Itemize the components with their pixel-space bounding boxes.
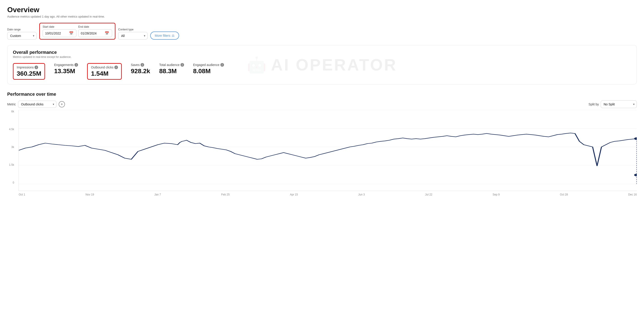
metric-engaged_audience: Engaged audience i8.08M bbox=[193, 63, 224, 75]
content-type-select-wrapper: All Posts Videos Stories ▾ bbox=[118, 32, 148, 40]
date-range-select-wrapper: Custom Last 7 days Last 28 days Last 90 … bbox=[7, 32, 36, 40]
content-type-select[interactable]: All Posts Videos Stories bbox=[118, 32, 148, 40]
metric-label-total_audience: Total audience i bbox=[159, 63, 184, 67]
metrics-row: Impressions i360.25MEngagements i13.35MO… bbox=[13, 63, 631, 80]
x-label-jul22: Jul 22 bbox=[425, 193, 432, 196]
end-date-input[interactable] bbox=[81, 31, 103, 35]
start-date-group: Start date 📅 bbox=[43, 25, 76, 37]
x-label-sep9: Sep 9 bbox=[493, 193, 500, 196]
chart-controls: Metric Outbound clicks Impressions Engag… bbox=[7, 100, 637, 108]
chart-controls-right: Split by No Split Content type Account ▾ bbox=[588, 100, 637, 108]
chart-controls-left: Metric Outbound clicks Impressions Engag… bbox=[7, 101, 65, 108]
split-by-select[interactable]: No Split Content type Account bbox=[601, 100, 637, 108]
metric-label: Metric bbox=[7, 102, 16, 106]
content-type-label: Content type bbox=[118, 28, 148, 31]
info-icon-engaged_audience[interactable]: i bbox=[220, 63, 224, 67]
chart-endpoint-bottom bbox=[634, 174, 637, 176]
info-icon-saves[interactable]: i bbox=[140, 63, 144, 67]
chart-x-labels: Oct 1 Nov 19 Jan 7 Feb 25 Apr 15 Jun 3 J… bbox=[19, 193, 637, 196]
content-type-group: Content type All Posts Videos Stories ▾ bbox=[118, 28, 148, 40]
performance-over-time-section: Performance over time Metric Outbound cl… bbox=[7, 92, 637, 191]
x-label-oct28: Oct 28 bbox=[560, 193, 568, 196]
chart-line bbox=[19, 133, 637, 166]
metric-saves: Saves i928.2k bbox=[131, 63, 150, 75]
chart-y-axis: 6k 4.5k 3k 1.5k 0 bbox=[9, 110, 14, 184]
date-range-highlighted-box: Start date 📅 End date 📅 bbox=[39, 23, 116, 40]
metric-value-impressions: 360.25M bbox=[17, 70, 41, 77]
y-label-3k: 3k bbox=[11, 146, 14, 149]
overall-performance-subtitle: Metrics updated in real-time except for … bbox=[13, 55, 631, 59]
plus-icon: + bbox=[61, 102, 63, 107]
metric-label-text-engagements: Engagements bbox=[54, 63, 74, 67]
filter-icon: ⚖ bbox=[172, 34, 174, 37]
y-label-0: 0 bbox=[13, 181, 14, 184]
metric-value-outbound_clicks: 1.54M bbox=[91, 70, 118, 77]
date-range-group: Date range Custom Last 7 days Last 28 da… bbox=[7, 28, 36, 40]
metric-dropdown-wrapper: Outbound clicks Impressions Engagements … bbox=[18, 101, 56, 108]
y-label-1-5k: 1.5k bbox=[9, 163, 14, 167]
x-label-feb25: Feb 25 bbox=[221, 193, 230, 196]
split-by-label: Split by bbox=[588, 102, 599, 106]
metric-value-engaged_audience: 8.08M bbox=[193, 68, 224, 75]
metric-impressions: Impressions i360.25M bbox=[13, 63, 45, 80]
start-date-label: Start date bbox=[43, 25, 76, 28]
metric-label-text-saves: Saves bbox=[131, 63, 140, 67]
metric-engagements: Engagements i13.35M bbox=[54, 63, 78, 75]
metric-total_audience: Total audience i88.3M bbox=[159, 63, 184, 75]
more-filters-label: More filters bbox=[155, 34, 170, 37]
info-icon-engagements[interactable]: i bbox=[74, 63, 78, 67]
end-date-wrapper: 📅 bbox=[78, 29, 112, 37]
start-date-input[interactable] bbox=[45, 31, 68, 35]
filters-row: Date range Custom Last 7 days Last 28 da… bbox=[7, 23, 637, 40]
metric-value-saves: 928.2k bbox=[131, 68, 150, 75]
x-label-oct1: Oct 1 bbox=[19, 193, 25, 196]
metric-label-impressions: Impressions i bbox=[17, 66, 41, 69]
chart-container: Oct 1 Nov 19 Jan 7 Feb 25 Apr 15 Jun 3 J… bbox=[18, 110, 637, 191]
metric-label-text-total_audience: Total audience bbox=[159, 63, 180, 67]
metric-value-engagements: 13.35M bbox=[54, 68, 78, 75]
info-icon-total_audience[interactable]: i bbox=[180, 63, 184, 67]
x-label-apr15: Apr 15 bbox=[290, 193, 298, 196]
end-date-label: End date bbox=[78, 25, 112, 28]
info-icon-outbound_clicks[interactable]: i bbox=[114, 66, 118, 69]
metric-label-text-engaged_audience: Engaged audience bbox=[193, 63, 220, 67]
more-filters-button[interactable]: More filters ⚖ bbox=[150, 31, 179, 40]
y-label-4-5k: 4.5k bbox=[9, 128, 14, 131]
metric-outbound_clicks: Outbound clicks i1.54M bbox=[87, 63, 122, 80]
add-metric-button[interactable]: + bbox=[59, 101, 65, 107]
start-date-wrapper: 📅 bbox=[43, 29, 76, 37]
metric-value-total_audience: 88.3M bbox=[159, 68, 184, 75]
page-title-section: Overview Audience metrics updated 1 day … bbox=[7, 5, 637, 18]
page-title: Overview bbox=[7, 5, 637, 14]
chart-endpoint-top bbox=[634, 137, 637, 140]
x-label-nov19: Nov 19 bbox=[86, 193, 94, 196]
overall-performance-card: Overall performance Metrics updated in r… bbox=[7, 45, 637, 84]
metric-label-outbound_clicks: Outbound clicks i bbox=[91, 66, 118, 69]
y-label-6k: 6k bbox=[11, 110, 14, 113]
line-chart-svg bbox=[19, 110, 637, 184]
performance-over-time-title: Performance over time bbox=[7, 92, 637, 97]
x-label-dec16: Dec 16 bbox=[628, 193, 637, 196]
split-by-wrapper: No Split Content type Account ▾ bbox=[601, 100, 637, 108]
x-label-jan7: Jan 7 bbox=[154, 193, 161, 196]
metric-label-engaged_audience: Engaged audience i bbox=[193, 63, 224, 67]
metric-label-text-impressions: Impressions bbox=[17, 66, 34, 69]
end-date-calendar-icon[interactable]: 📅 bbox=[105, 31, 109, 35]
end-date-group: End date 📅 bbox=[78, 25, 112, 37]
metric-select[interactable]: Outbound clicks Impressions Engagements … bbox=[18, 101, 56, 108]
overall-performance-title: Overall performance bbox=[13, 50, 631, 55]
page-subtitle: Audience metrics updated 1 day ago. All … bbox=[7, 15, 637, 18]
info-icon-impressions[interactable]: i bbox=[34, 66, 38, 69]
metric-label-text-outbound_clicks: Outbound clicks bbox=[91, 66, 114, 69]
overall-performance-header: Overall performance Metrics updated in r… bbox=[13, 50, 631, 59]
date-range-select[interactable]: Custom Last 7 days Last 28 days Last 90 … bbox=[7, 32, 36, 40]
metric-label-saves: Saves i bbox=[131, 63, 150, 67]
chart-wrapper: 6k 4.5k 3k 1.5k 0 bbox=[18, 110, 637, 191]
date-range-label: Date range bbox=[7, 28, 36, 31]
metric-label-engagements: Engagements i bbox=[54, 63, 78, 67]
start-date-calendar-icon[interactable]: 📅 bbox=[69, 31, 74, 35]
x-label-jun3: Jun 3 bbox=[358, 193, 365, 196]
